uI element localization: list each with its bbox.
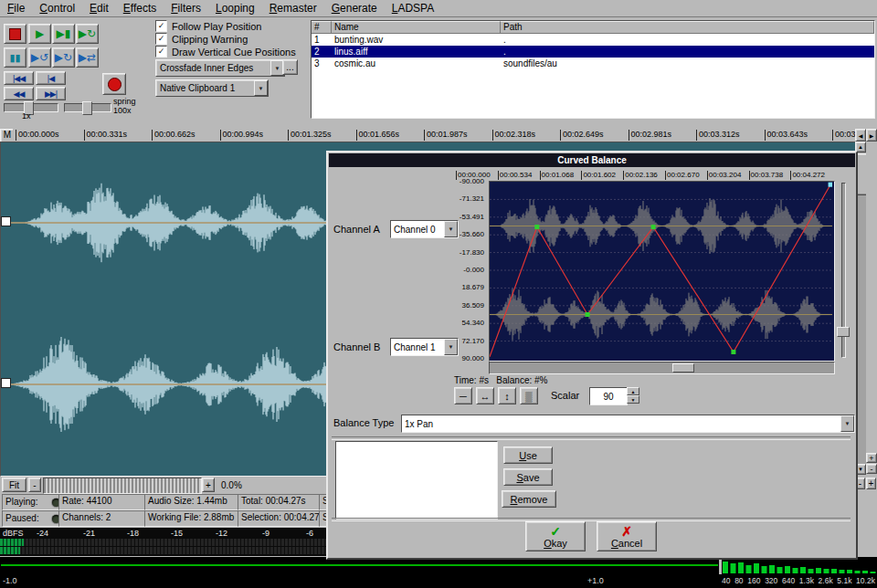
play-selection-button[interactable]: ▶▮ — [52, 24, 75, 44]
paused-label: Paused: — [5, 512, 39, 525]
vertical-zoom-in-button[interactable]: + — [866, 453, 877, 463]
shuttle-slider-handle[interactable] — [82, 101, 92, 115]
save-label: Save — [516, 472, 539, 483]
menu-item-control[interactable]: Control — [32, 1, 82, 16]
file-row-name: bunting.wav — [332, 35, 501, 45]
scroll-up-icon: ▲ — [858, 144, 863, 150]
menu-item-edit[interactable]: Edit — [82, 1, 116, 16]
crossfade-edges-value: Crossfade Inner Edges — [160, 63, 253, 73]
ruler-tick: 00:01.987s — [424, 130, 468, 141]
loaded-files-list: # Name Path 1bunting.wav.2linus.aiff.3co… — [311, 20, 875, 119]
crossfade-more-button[interactable]: ... — [282, 59, 298, 75]
pause-icon: ▮▮ — [9, 52, 20, 64]
menu-item-effects[interactable]: Effects — [116, 1, 164, 16]
channel-a-select[interactable]: Channel 0 ▼ — [390, 220, 459, 238]
column-header-number[interactable]: # — [312, 21, 332, 34]
checkbox-label: Draw Vertical Cue Positions — [172, 47, 296, 58]
graph-h-scrollbar-thumb[interactable] — [672, 363, 694, 373]
file-list-row[interactable]: 3cosmic.ausoundfiles/au — [312, 58, 874, 69]
ruler-scroll-left-button[interactable]: ◀ — [855, 129, 866, 142]
zoom-out-button[interactable]: - — [28, 478, 41, 492]
remove-button[interactable]: Remove — [502, 490, 556, 508]
menu-item-file[interactable]: File — [0, 1, 32, 16]
checkbox-icon: ✓ — [155, 20, 167, 32]
play-loop-button[interactable]: ▶↻ — [76, 24, 99, 44]
menu-item-looping[interactable]: Looping — [208, 1, 262, 16]
graph-v-slider[interactable] — [836, 181, 851, 360]
play-looped-skip-button[interactable]: ▶↻ — [52, 47, 75, 68]
vertical-zoom-out-button[interactable]: - — [866, 464, 877, 474]
pause-button[interactable]: ▮▮ — [4, 47, 26, 68]
speed-label: 1x — [22, 111, 31, 121]
file-row-path: . — [501, 47, 874, 57]
play-looped-gap-button[interactable]: ▶⇄ — [76, 47, 99, 68]
channels-cell: Channels: 2 — [58, 510, 150, 527]
checkbox-follow-play-position[interactable]: ✓ Follow Play Position — [155, 20, 261, 32]
graph-v-slider-handle[interactable] — [837, 327, 850, 337]
ruler-tick: 00:01.325s — [288, 130, 332, 141]
file-list-row[interactable]: 1bunting.wav. — [312, 34, 874, 46]
previous-cue-button[interactable]: ◀◀ — [4, 87, 34, 100]
use-button[interactable]: Use — [503, 446, 553, 464]
channel-2-handle[interactable] — [1, 378, 11, 388]
clipped-zoom-in-button[interactable]: + — [866, 478, 876, 489]
zoom-in-button[interactable]: + — [202, 478, 215, 492]
checkbox-label: Follow Play Position — [172, 21, 261, 32]
frequency-labels: 40801603206401.3k2.6k5.1k10.2k — [722, 576, 875, 585]
graph-h-scrollbar[interactable] — [489, 362, 835, 374]
flip-vertical-button[interactable]: ↕ — [498, 387, 516, 404]
record-icon — [108, 78, 122, 91]
playing-label: Playing: — [5, 496, 38, 509]
graph-y-label: 72.170 — [462, 338, 484, 345]
scalar-field[interactable]: 90 — [589, 387, 628, 405]
scalar-spin-up-button[interactable]: ▲ — [627, 387, 639, 395]
play-button[interactable]: ▶ — [28, 24, 51, 44]
smooth-curve-button[interactable]: ▒ — [520, 387, 538, 404]
ruler-scroll-right-button[interactable]: ▶ — [866, 129, 877, 142]
ruler-tick: 00:02.981s — [629, 130, 672, 141]
chevron-down-icon: ▼ — [254, 80, 268, 96]
jump-to-beginning-button[interactable]: |◀◀ — [4, 71, 34, 85]
checkbox-clipping-warning[interactable]: ✓ Clipping Warning — [155, 33, 248, 45]
play-selection-icon: ▶▮ — [57, 28, 71, 39]
channel-1-handle[interactable] — [1, 216, 11, 226]
jump-to-start-position-button[interactable]: |◀ — [36, 71, 66, 85]
column-header-path[interactable]: Path — [501, 21, 874, 34]
scalar-spin-down-button[interactable]: ▼ — [627, 395, 639, 404]
overview-max-label: +1.0 — [587, 576, 604, 585]
checkbox-draw-vertical-cue-positions[interactable]: ✓ Draw Vertical Cue Positions — [155, 46, 296, 58]
fit-button[interactable]: Fit — [2, 478, 26, 492]
cross-icon: ✗ — [621, 525, 632, 538]
menu-item-remaster[interactable]: Remaster — [262, 1, 324, 16]
flip-horizontal-button[interactable]: ↔ — [476, 387, 494, 404]
record-button[interactable] — [102, 73, 126, 95]
flatten-curve-button[interactable]: ─ — [454, 387, 472, 404]
preset-list[interactable] — [335, 441, 498, 520]
scalar-value: 90 — [603, 392, 613, 402]
channel-b-select[interactable]: Channel 1 ▼ — [390, 338, 459, 356]
menu-item-ladspa[interactable]: LADSPA — [385, 1, 441, 16]
next-cue-button[interactable]: ▶▶| — [36, 87, 66, 100]
file-list-row[interactable]: 2linus.aiff. — [312, 46, 874, 58]
file-list-rows: 1bunting.wav.2linus.aiff.3cosmic.ausound… — [312, 34, 874, 69]
column-header-name[interactable]: Name — [332, 21, 501, 34]
balance-type-select[interactable]: 1x Pan ▼ — [401, 415, 855, 433]
crossfade-edges-select[interactable]: Crossfade Inner Edges ▼ — [155, 59, 285, 77]
clipboard-select[interactable]: Native Clipboard 1 ▼ — [155, 79, 269, 97]
cancel-button[interactable]: ✗ Cancel — [597, 521, 657, 551]
rate-cell: Rate: 44100 — [58, 494, 150, 510]
balance-curve-graph[interactable] — [489, 181, 835, 362]
channel-a-value: Channel 0 — [394, 225, 436, 235]
stop-button[interactable] — [4, 24, 26, 44]
meter-level — [0, 547, 20, 554]
okay-button[interactable]: ✓ Okay — [525, 521, 586, 551]
graph-y-label: 90.000 — [462, 355, 484, 362]
minus-icon: - — [33, 480, 36, 490]
menu-item-filters[interactable]: Filters — [164, 1, 208, 16]
save-button[interactable]: Save — [503, 468, 553, 486]
zoom-slider[interactable] — [43, 478, 202, 494]
play-looped-button[interactable]: ▶↺ — [28, 47, 51, 68]
menu-item-generate[interactable]: Generate — [324, 1, 385, 16]
graph-time-ruler: 00:00.00000:00.53400:01.06800:01.60200:0… — [456, 170, 834, 180]
dialog-titlebar[interactable]: Curved Balance — [329, 153, 855, 167]
